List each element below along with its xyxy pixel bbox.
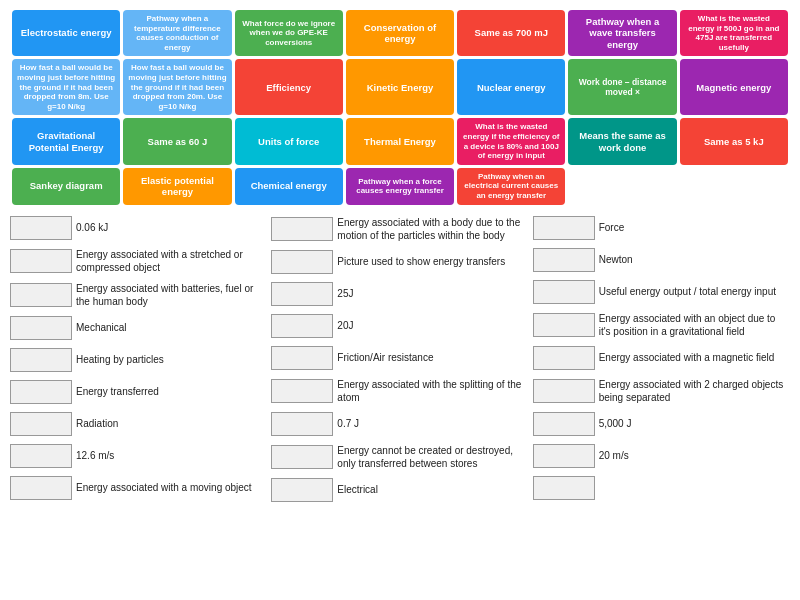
center-item-1: Energy associated with a body due to the… (269, 213, 530, 245)
center-label-2: Picture used to show energy transfers (337, 255, 528, 268)
center-label-8: Energy cannot be created or destroyed, o… (337, 444, 528, 470)
empty-tile-2 (680, 168, 788, 205)
left-item-1: 0.06 kJ (8, 213, 269, 243)
tile-gpe[interactable]: Gravitational Potential Energy (12, 118, 120, 164)
left-box-8[interactable] (10, 444, 72, 468)
left-item-5: Heating by particles (8, 345, 269, 375)
right-label-3: Useful energy output / total energy inpu… (599, 285, 790, 298)
left-box-2[interactable] (10, 249, 72, 273)
left-item-2: Energy associated with a stretched or co… (8, 245, 269, 277)
tile-60j[interactable]: Same as 60 J (123, 118, 231, 164)
tile-wave-pathway[interactable]: Pathway when a wave transfers energy (568, 10, 676, 56)
left-label-4: Mechanical (76, 321, 267, 334)
center-column: Energy associated with a body due to the… (269, 213, 530, 505)
right-item-2: Newton (531, 245, 792, 275)
left-item-6: Energy transferred (8, 377, 269, 407)
right-label-7: 5,000 J (599, 417, 790, 430)
tile-wasted-475[interactable]: What is the wasted energy if 500J go in … (680, 10, 788, 56)
center-box-6[interactable] (271, 379, 333, 403)
right-box-3[interactable] (533, 280, 595, 304)
right-item-5: Energy associated with a magnetic field (531, 343, 792, 373)
center-label-1: Energy associated with a body due to the… (337, 216, 528, 242)
left-label-5: Heating by particles (76, 353, 267, 366)
tile-conduction-pathway[interactable]: Pathway when a temperature difference ca… (123, 10, 231, 56)
tile-sankey[interactable]: Sankey diagram (12, 168, 120, 205)
tile-electrical-pathway[interactable]: Pathway when an electrical current cause… (457, 168, 565, 205)
center-item-5: Friction/Air resistance (269, 343, 530, 373)
center-label-7: 0.7 J (337, 417, 528, 430)
right-item-7: 5,000 J (531, 409, 792, 439)
center-box-1[interactable] (271, 217, 333, 241)
left-label-9: Energy associated with a moving object (76, 481, 267, 494)
center-box-4[interactable] (271, 314, 333, 338)
center-label-6: Energy associated with the splitting of … (337, 378, 528, 404)
center-item-6: Energy associated with the splitting of … (269, 375, 530, 407)
tile-electrostatic[interactable]: Electrostatic energy (12, 10, 120, 56)
tile-units-force[interactable]: Units of force (235, 118, 343, 164)
right-label-8: 20 m/s (599, 449, 790, 462)
left-item-8: 12.6 m/s (8, 441, 269, 471)
center-label-3: 25J (337, 287, 528, 300)
tile-700mj[interactable]: Same as 700 mJ (457, 10, 565, 56)
left-box-3[interactable] (10, 283, 72, 307)
left-box-9[interactable] (10, 476, 72, 500)
tile-kinetic[interactable]: Kinetic Energy (346, 59, 454, 115)
right-label-2: Newton (599, 253, 790, 266)
right-box-5[interactable] (533, 346, 595, 370)
right-box-7[interactable] (533, 412, 595, 436)
tile-5kj[interactable]: Same as 5 kJ (680, 118, 788, 164)
right-box-6[interactable] (533, 379, 595, 403)
tile-ball-20m[interactable]: How fast a ball would be moving just bef… (123, 59, 231, 115)
right-item-3: Useful energy output / total energy inpu… (531, 277, 792, 307)
center-label-9: Electrical (337, 483, 528, 496)
tile-magnetic[interactable]: Magnetic energy (680, 59, 788, 115)
left-label-1: 0.06 kJ (76, 221, 267, 234)
tile-force-pathway[interactable]: Pathway when a force causes energy trans… (346, 168, 454, 205)
left-box-6[interactable] (10, 380, 72, 404)
right-item-9 (531, 473, 792, 503)
left-label-8: 12.6 m/s (76, 449, 267, 462)
left-box-1[interactable] (10, 216, 72, 240)
tile-efficiency[interactable]: Efficiency (235, 59, 343, 115)
left-item-4: Mechanical (8, 313, 269, 343)
right-box-8[interactable] (533, 444, 595, 468)
right-label-5: Energy associated with a magnetic field (599, 351, 790, 364)
tile-means-same[interactable]: Means the same as work done (568, 118, 676, 164)
right-box-9[interactable] (533, 476, 595, 500)
center-box-9[interactable] (271, 478, 333, 502)
center-item-9: Electrical (269, 475, 530, 505)
left-label-7: Radiation (76, 417, 267, 430)
left-box-5[interactable] (10, 348, 72, 372)
tile-work-done[interactable]: Work done – distance moved × (568, 59, 676, 115)
left-item-9: Energy associated with a moving object (8, 473, 269, 503)
right-item-4: Energy associated with an object due to … (531, 309, 792, 341)
center-box-5[interactable] (271, 346, 333, 370)
tile-nuclear[interactable]: Nuclear energy (457, 59, 565, 115)
right-box-4[interactable] (533, 313, 595, 337)
tile-chemical[interactable]: Chemical energy (235, 168, 343, 205)
right-box-2[interactable] (533, 248, 595, 272)
center-item-8: Energy cannot be created or destroyed, o… (269, 441, 530, 473)
tile-ignore-force[interactable]: What force do we ignore when we do GPE-K… (235, 10, 343, 56)
tile-wasted-80pct[interactable]: What is the wasted energy if the efficie… (457, 118, 565, 164)
left-item-7: Radiation (8, 409, 269, 439)
tile-elastic[interactable]: Elastic potential energy (123, 168, 231, 205)
left-box-7[interactable] (10, 412, 72, 436)
tiles-grid: Electrostatic energy Pathway when a temp… (0, 0, 800, 213)
tile-thermal[interactable]: Thermal Energy (346, 118, 454, 164)
right-label-1: Force (599, 221, 790, 234)
left-box-4[interactable] (10, 316, 72, 340)
tile-conservation[interactable]: Conservation of energy (346, 10, 454, 56)
left-item-3: Energy associated with batteries, fuel o… (8, 279, 269, 311)
center-box-2[interactable] (271, 250, 333, 274)
center-box-3[interactable] (271, 282, 333, 306)
right-column: Force Newton Useful energy output / tota… (531, 213, 792, 505)
tile-ball-8m[interactable]: How fast a ball would be moving just bef… (12, 59, 120, 115)
center-box-8[interactable] (271, 445, 333, 469)
center-item-7: 0.7 J (269, 409, 530, 439)
right-item-8: 20 m/s (531, 441, 792, 471)
right-box-1[interactable] (533, 216, 595, 240)
center-item-4: 20J (269, 311, 530, 341)
right-label-4: Energy associated with an object due to … (599, 312, 790, 338)
center-box-7[interactable] (271, 412, 333, 436)
